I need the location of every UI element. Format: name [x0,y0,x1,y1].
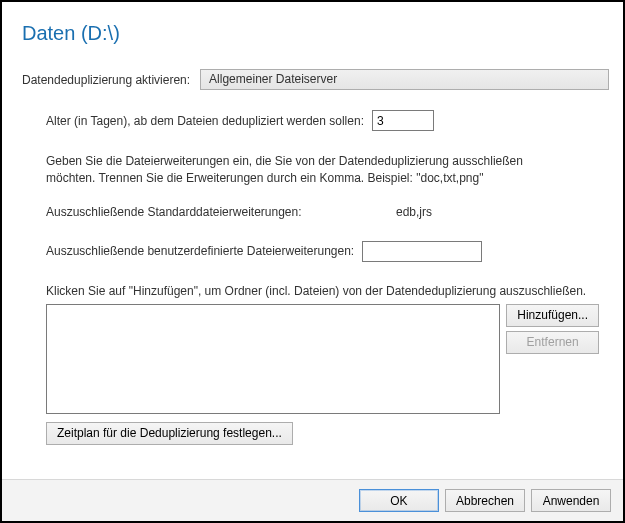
add-button[interactable]: Hinzufügen... [506,304,599,327]
dedup-mode-value: Allgemeiner Dateiserver [209,72,337,86]
schedule-button[interactable]: Zeitplan für die Deduplizierung festlege… [46,422,293,445]
user-ext-input[interactable] [362,241,482,262]
user-ext-label: Auszuschließende benutzerdefinierte Date… [46,244,354,258]
apply-button[interactable]: Anwenden [531,489,611,512]
age-label: Alter (in Tagen), ab dem Dateien dedupli… [46,114,364,128]
extensions-help-text: Geben Sie die Dateierweiterungen ein, di… [46,153,566,187]
ok-button[interactable]: OK [359,489,439,512]
cancel-button[interactable]: Abbrechen [445,489,525,512]
dialog-footer: OK Abbrechen Anwenden [2,479,623,521]
dedup-mode-select[interactable]: Allgemeiner Dateiserver [200,69,609,90]
age-input[interactable] [372,110,434,131]
std-ext-value: edb,jrs [396,205,432,219]
exclude-folders-listbox[interactable] [46,304,500,414]
page-title: Daten (D:\) [22,22,609,45]
remove-button: Entfernen [506,331,599,354]
exclude-help-text: Klicken Sie auf "Hinzufügen", um Ordner … [46,284,599,298]
std-ext-label: Auszuschließende Standarddateierweiterun… [46,205,396,219]
activate-label: Datendeduplizierung aktivieren: [22,73,190,87]
